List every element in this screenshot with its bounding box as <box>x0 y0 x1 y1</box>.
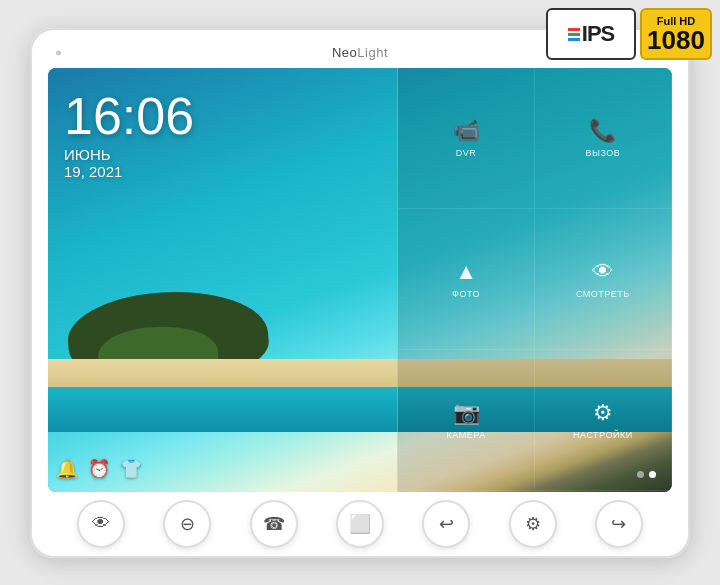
camera-label: КАМЕРА <box>447 430 486 440</box>
ips-line-blue <box>568 38 580 41</box>
call-label: ВЫЗОВ <box>585 148 620 158</box>
device-body: NeoLight 16:06 ИЮНЬ 19, 2021 <box>30 28 690 558</box>
page-container: IPS Full HD 1080 NeoLight <box>0 0 720 585</box>
fullhd-bottom-text: 1080 <box>647 27 705 53</box>
bell-icon: 🔔 <box>56 458 78 480</box>
menu-item-camera[interactable]: 📷 КАМЕРА <box>397 350 534 491</box>
ips-color-lines <box>568 27 580 42</box>
forward-hw-button[interactable]: ↪ <box>595 500 643 548</box>
ips-line-green <box>568 33 580 36</box>
camera-icon: 📷 <box>453 400 480 426</box>
dot-1 <box>637 471 644 478</box>
menu-item-call[interactable]: 📞 ВЫЗОВ <box>535 68 672 209</box>
call-icon: 📞 <box>589 118 616 144</box>
photo-icon: ▲ <box>455 259 477 285</box>
ips-line-red <box>568 28 580 31</box>
date-display: 19, 2021 <box>64 163 381 180</box>
screen-bottom-icons: 🔔 ⏰ 👕 <box>56 458 142 480</box>
logo-light: Light <box>357 45 388 60</box>
logo-neo: Neo <box>332 45 357 60</box>
square-hw-button[interactable]: ⬜ <box>336 500 384 548</box>
page-dots <box>637 471 656 478</box>
hardware-buttons-row: 👁 ⊖ ☎ ⬜ ↩ ⚙ ↪ <box>48 500 672 548</box>
screen-right-panel: 📹 DVR 📞 ВЫЗОВ ▲ ФОТО 👁 СМОТРЕТЬ <box>397 68 672 492</box>
device-screen[interactable]: 16:06 ИЮНЬ 19, 2021 📹 DVR 📞 ВЫЗОВ <box>48 68 672 492</box>
alarm-icon: ⏰ <box>88 458 110 480</box>
time-display: 16:06 <box>64 90 381 142</box>
ips-badge: IPS <box>546 8 636 60</box>
badges-container: IPS Full HD 1080 <box>546 8 712 60</box>
eye-hw-button[interactable]: 👁 <box>77 500 125 548</box>
month-display: ИЮНЬ <box>64 146 381 163</box>
watch-icon: 👁 <box>592 259 614 285</box>
call-hw-button[interactable]: ☎ <box>250 500 298 548</box>
photo-label: ФОТО <box>452 289 480 299</box>
fullhd-badge: Full HD 1080 <box>640 8 712 60</box>
key-hw-button[interactable]: ⊖ <box>163 500 211 548</box>
menu-item-dvr[interactable]: 📹 DVR <box>397 68 534 209</box>
screen-left-panel: 16:06 ИЮНЬ 19, 2021 <box>48 68 397 492</box>
settings-icon: ⚙ <box>593 400 613 426</box>
menu-item-watch[interactable]: 👁 СМОТРЕТЬ <box>535 209 672 350</box>
back-hw-button[interactable]: ↩ <box>422 500 470 548</box>
gear-hw-button[interactable]: ⚙ <box>509 500 557 548</box>
shirt-icon: 👕 <box>120 458 142 480</box>
menu-item-photo[interactable]: ▲ ФОТО <box>397 209 534 350</box>
dvr-icon: 📹 <box>453 118 480 144</box>
camera-dot-left <box>56 50 61 55</box>
ips-text: IPS <box>582 21 614 47</box>
dvr-label: DVR <box>456 148 477 158</box>
settings-label: НАСТРОЙКИ <box>573 430 633 440</box>
watch-label: СМОТРЕТЬ <box>576 289 630 299</box>
brand-logo: NeoLight <box>332 45 388 60</box>
dot-2 <box>649 471 656 478</box>
